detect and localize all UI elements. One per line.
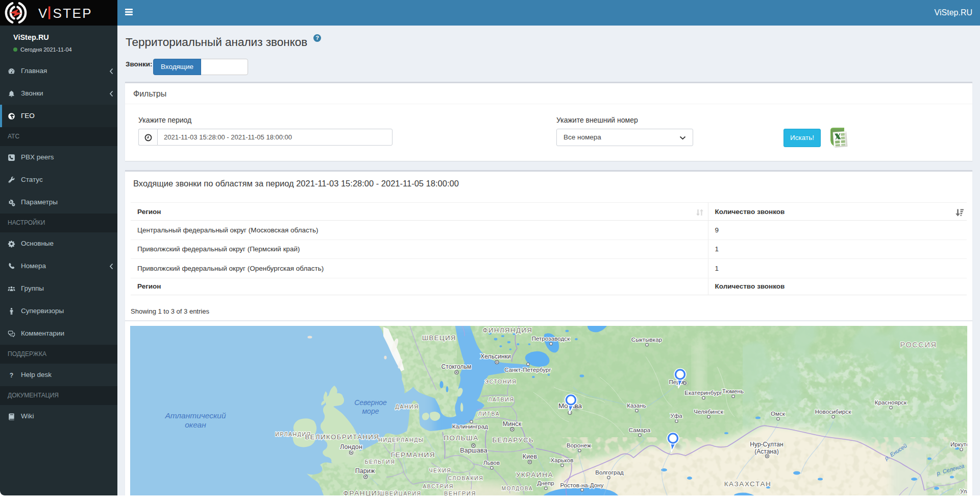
svg-text:ЧЕХИЯ: ЧЕХИЯ (429, 467, 451, 473)
svg-text:V: V (38, 6, 48, 21)
svg-text:Атлантический: Атлантический (164, 411, 226, 420)
svg-text:Львов: Львов (483, 460, 500, 466)
svg-text:ГЕРМАНИЯ: ГЕРМАНИЯ (391, 451, 435, 459)
svg-text:море: море (362, 407, 379, 415)
svg-text:ВЕЛИКОБРИТАНИЯ: ВЕЛИКОБРИТАНИЯ (305, 433, 379, 441)
svg-text:ЛАТВИЯ: ЛАТВИЯ (488, 396, 514, 402)
svg-text:Минск: Минск (503, 420, 522, 428)
svg-text:РОССИЯ: РОССИЯ (900, 341, 937, 349)
svg-text:Уфа: Уфа (670, 413, 682, 419)
svg-text:ДАНИЯ: ДАНИЯ (395, 404, 419, 410)
svg-text:Петрозаводск: Петрозаводск (532, 336, 571, 342)
svg-text:Воронеж: Воронеж (567, 442, 591, 448)
svg-text:Варшава: Варшава (460, 447, 487, 454)
svg-text:КАЗАХСТАН: КАЗАХСТАН (724, 480, 772, 488)
svg-text:ЛИТВА: ЛИТВА (478, 411, 500, 417)
svg-text:Екатеринбург: Екатеринбург (684, 390, 722, 396)
svg-text:Иркутск: Иркутск (950, 441, 967, 447)
svg-text:ФРАНЦИЯ: ФРАНЦИЯ (344, 489, 383, 495)
svg-text:Париж: Париж (355, 467, 375, 475)
svg-text:Хельсинки: Хельсинки (480, 353, 511, 360)
svg-text:ЭСТОНИЯ: ЭСТОНИЯ (485, 378, 517, 385)
svg-text:Тюмень: Тюмень (722, 388, 744, 394)
svg-text:океан: океан (185, 420, 206, 429)
svg-text:БЕЛЬГИЯ: БЕЛЬГИЯ (365, 459, 396, 465)
svg-text:НИДЕРЛАНДЫ: НИДЕРЛАНДЫ (378, 437, 424, 443)
svg-text:Киев: Киев (523, 453, 537, 460)
svg-text:ШВЕЙЦАРИЯ: ШВЕЙЦАРИЯ (379, 490, 421, 495)
svg-text:?: ? (10, 371, 13, 378)
svg-text:СЛОВАКИЯ: СЛОВАКИЯ (448, 475, 484, 481)
svg-text:Калининград: Калининград (452, 423, 488, 430)
svg-text:Северное: Северное (354, 398, 387, 407)
svg-text:Сыктывкар: Сыктывкар (631, 337, 662, 343)
svg-text:(Астана): (Астана) (754, 448, 778, 455)
svg-text:ФИНЛЯНДИЯ: ФИНЛЯНДИЯ (483, 326, 533, 334)
svg-text:Ростов-на-Дону: Ростов-на-Дону (560, 482, 603, 488)
svg-text:Санкт-Петербург: Санкт-Петербург (504, 367, 551, 373)
svg-text:АВСТРИЯ: АВСТРИЯ (423, 483, 454, 489)
svg-text:Волгоград: Волгоград (595, 469, 624, 476)
svg-text:Новосибирск: Новосибирск (815, 409, 851, 415)
svg-text:Казань: Казань (627, 402, 646, 409)
svg-text:Омск: Омск (771, 411, 786, 417)
svg-text:Стокгольм: Стокгольм (442, 363, 472, 370)
svg-text:Челябинск: Челябинск (694, 409, 724, 415)
svg-text:Красноярск: Красноярск (875, 399, 907, 406)
svg-text:МОЛДОВА: МОЛДОВА (502, 486, 533, 491)
svg-text:Днепр: Днепр (537, 480, 554, 486)
svg-text:STEP: STEP (53, 6, 93, 21)
svg-text:ПОЛЬША: ПОЛЬША (444, 434, 479, 442)
svg-text:УКРАИНА: УКРАИНА (516, 471, 553, 479)
svg-text:Лондон: Лондон (340, 443, 362, 450)
svg-text:Харьков: Харьков (551, 457, 574, 463)
svg-text:ШВЕЦИЯ: ШВЕЦИЯ (422, 334, 456, 342)
svg-text:ВЕНГРИЯ: ВЕНГРИЯ (444, 490, 476, 495)
svg-text:Самара: Самара (629, 427, 651, 433)
svg-text:БЕЛАРУСЬ: БЕЛАРУСЬ (493, 436, 534, 444)
svg-text:Нур-Султан: Нур-Султан (750, 441, 783, 448)
svg-text:Ула: Ула (960, 488, 967, 494)
